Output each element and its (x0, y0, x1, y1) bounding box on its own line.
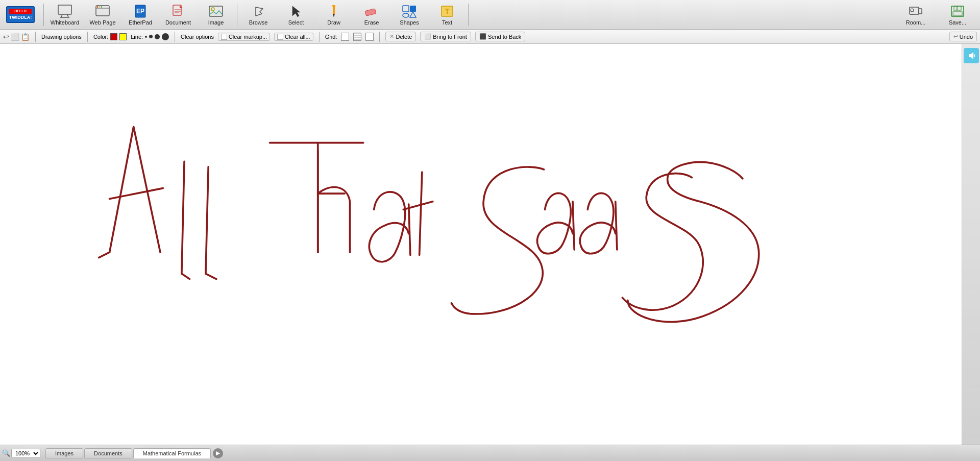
svg-rect-16 (209, 6, 223, 16)
svg-rect-23 (410, 6, 416, 12)
tool-select[interactable]: Select (278, 1, 314, 29)
webpage-icon (94, 4, 111, 18)
tool-browse[interactable]: Browse (240, 1, 277, 29)
erase-icon (363, 4, 380, 18)
line-label: Line: (131, 34, 143, 40)
tab-math[interactable]: Mathematical Formulas (133, 448, 211, 458)
separator-3 (468, 4, 469, 26)
clear-markup-checkbox[interactable] (221, 34, 227, 40)
tab-images-label: Images (55, 450, 74, 456)
clear-markup-btn[interactable]: Clear markup... (218, 33, 270, 41)
options-sep-1 (35, 32, 36, 42)
svg-point-30 (911, 9, 914, 12)
color-group: Color: (93, 33, 127, 40)
tab-documents[interactable]: Documents (84, 448, 132, 458)
tool-etherpad[interactable]: EP EtherPad (122, 1, 159, 29)
right-toolbar-btns: Room... Save... (895, 1, 978, 29)
options-sep-2 (87, 32, 88, 42)
separator-1 (43, 4, 44, 26)
send-to-back-btn[interactable]: ⬛ Send to Back (475, 32, 525, 41)
grid-btn-plain[interactable] (341, 33, 349, 41)
delete-btn[interactable]: ✕ Delete (385, 32, 416, 41)
svg-line-1 (61, 14, 62, 17)
tool-webpage[interactable]: Web Page (84, 1, 121, 29)
clear-all-checkbox[interactable] (277, 34, 283, 40)
drawing-options-label: Drawing options (41, 34, 82, 40)
line-thicker[interactable] (162, 33, 169, 40)
clear-all-btn[interactable]: Clear all... (274, 33, 313, 41)
bring-to-front-btn[interactable]: ⬜ Bring to Front (420, 32, 471, 41)
svg-marker-25 (410, 12, 416, 17)
browse-label: Browse (249, 19, 268, 26)
color-swatch-yellow[interactable] (119, 33, 127, 40)
whiteboard-icon (57, 4, 73, 18)
tool-image[interactable]: Image (198, 1, 234, 29)
svg-rect-29 (919, 9, 922, 14)
bottom-bar: 🔍 100% 75% 50% 150% 200% Images Document… (0, 445, 980, 461)
drawing-canvas (0, 44, 962, 445)
color-label: Color: (93, 34, 108, 40)
tool-document[interactable]: Document (160, 1, 197, 29)
document-icon (170, 4, 186, 18)
zoom-icon: 🔍 (2, 449, 10, 457)
text-icon: T (439, 4, 455, 18)
logo-hello: HELLO (9, 9, 32, 14)
etherpad-label: EtherPad (129, 19, 152, 26)
svg-rect-32 (951, 6, 964, 16)
svg-rect-18 (332, 5, 335, 7)
options-sep-5 (379, 32, 380, 42)
room-icon (908, 4, 924, 18)
select-label: Select (288, 19, 304, 26)
tool-whiteboard[interactable]: Whiteboard (46, 1, 83, 29)
clear-markup-label: Clear markup... (229, 34, 267, 40)
svg-text:T: T (445, 7, 450, 15)
text-label: Text (442, 19, 452, 26)
tool-text[interactable]: T Text (429, 1, 465, 29)
tool-shapes[interactable]: Shapes (391, 1, 428, 29)
tab-images[interactable]: Images (45, 448, 83, 458)
erase-label: Erase (364, 19, 379, 26)
svg-point-7 (99, 6, 100, 7)
webpage-label: Web Page (89, 19, 115, 26)
paste-icon[interactable]: 📋 (21, 33, 30, 41)
room-label: Room... (906, 19, 926, 26)
separator-2 (237, 4, 237, 26)
tool-draw[interactable]: Draw (315, 1, 352, 29)
draw-label: Draw (327, 19, 340, 26)
tab-documents-label: Documents (94, 450, 122, 456)
image-icon (208, 4, 224, 18)
grid-btn-dots[interactable] (365, 33, 374, 41)
tab-close-icon: ▶ (216, 450, 220, 456)
zoom-dropdown[interactable]: 100% 75% 50% 150% 200% (11, 449, 40, 458)
options-bar: ↩ ⬜ 📋 Drawing options Color: Line: Clear… (0, 30, 980, 44)
canvas-area[interactable] (0, 44, 962, 445)
line-thick[interactable] (155, 34, 160, 39)
document-label: Document (165, 19, 191, 26)
tab-math-label: Mathematical Formulas (143, 450, 201, 456)
line-group: Line: (131, 33, 169, 40)
undo-small-icon[interactable]: ↩ (3, 33, 9, 41)
audio-btn[interactable] (964, 48, 979, 63)
logo[interactable]: HELLO TWIDDLA: (2, 1, 39, 29)
image-label: Image (208, 19, 224, 26)
undo-icon: ↩ (953, 33, 958, 40)
send-to-back-label: Send to Back (488, 34, 521, 40)
save-label: Save... (949, 19, 966, 26)
tab-close-btn[interactable]: ▶ (213, 448, 223, 458)
tool-room[interactable]: Room... (895, 1, 936, 29)
tool-erase[interactable]: Erase (353, 1, 390, 29)
grid-btn-lines[interactable] (353, 33, 361, 41)
bring-to-front-label: Bring to Front (433, 34, 467, 40)
undo-btn[interactable]: ↩ Undo (949, 32, 977, 41)
shapes-label: Shapes (400, 19, 419, 26)
undo-label: Undo (960, 34, 973, 40)
svg-text:EP: EP (136, 8, 144, 15)
tool-save[interactable]: Save... (937, 1, 978, 29)
color-swatch-red[interactable] (110, 33, 117, 40)
svg-rect-21 (365, 8, 376, 16)
line-medium[interactable] (149, 35, 153, 38)
line-thin[interactable] (145, 36, 147, 38)
browse-icon (250, 4, 266, 18)
svg-rect-0 (58, 5, 71, 14)
copy-icon[interactable]: ⬜ (11, 33, 19, 41)
